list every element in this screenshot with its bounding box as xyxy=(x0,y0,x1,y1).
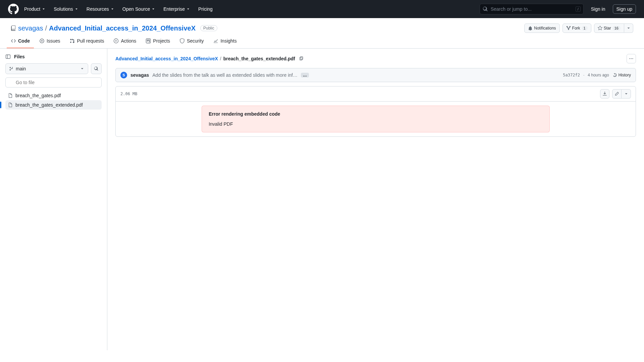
nav-enterprise[interactable]: Enterprise xyxy=(161,4,193,14)
error-body: Invalid PDF xyxy=(209,121,543,127)
sidebar-title: Files xyxy=(14,54,25,59)
repo-title: sevagas / Advanced_Initial_access_in_202… xyxy=(11,24,217,32)
repo-name-link[interactable]: Advanced_Initial_access_in_2024_Offensiv… xyxy=(49,24,196,32)
sidebar-header: Files xyxy=(5,54,102,59)
goto-file-wrap xyxy=(5,77,102,87)
svg-point-1 xyxy=(41,40,43,42)
goto-file-input[interactable] xyxy=(5,77,102,87)
file-content: Error rendering embedded code Invalid PD… xyxy=(116,102,636,136)
latest-commit: S sevagas Add the slides from the talk a… xyxy=(115,68,636,82)
tab-security[interactable]: Security xyxy=(175,36,208,48)
search-tree-button[interactable] xyxy=(91,63,102,74)
breadcrumb-root[interactable]: Advanced_Initial_access_in_2024_Offensiv… xyxy=(115,56,218,61)
pencil-icon xyxy=(614,92,619,96)
svg-point-12 xyxy=(631,58,632,59)
chevron-down-icon xyxy=(80,66,85,71)
file-item[interactable]: breach_the_gates.pdf xyxy=(5,91,102,100)
graph-icon xyxy=(213,38,218,44)
nav-pricing[interactable]: Pricing xyxy=(196,4,215,14)
copy-icon xyxy=(299,56,304,61)
commit-message[interactable]: Add the slides from the talk as well as … xyxy=(152,72,298,78)
header-left: Product Solutions Resources Open Source … xyxy=(8,4,215,14)
repo-icon xyxy=(11,25,16,31)
chevron-down-icon xyxy=(74,7,78,11)
commit-sha[interactable]: 5a372f2 xyxy=(563,73,580,77)
notifications-button[interactable]: Notifications xyxy=(524,23,559,33)
file-name: breach_the_gates_extended.pdf xyxy=(15,102,83,108)
signin-link[interactable]: Sign in xyxy=(588,4,609,14)
commit-time: 4 hours ago xyxy=(588,73,609,77)
fork-button[interactable]: Fork 1 xyxy=(562,23,591,33)
breadcrumb: Advanced_Initial_access_in_2024_Offensiv… xyxy=(115,54,636,63)
download-icon xyxy=(602,92,607,96)
file-item[interactable]: breach_the_gates_extended.pdf xyxy=(5,100,102,110)
star-icon xyxy=(598,26,602,31)
tab-code[interactable]: Code xyxy=(7,36,34,48)
edit-segment xyxy=(612,89,631,99)
play-icon xyxy=(113,38,119,44)
page-body: Files main breach_the_gates.pdf breach_t… xyxy=(0,49,644,350)
bell-icon xyxy=(528,26,533,31)
copy-path-button[interactable] xyxy=(297,55,305,63)
file-container: 2.06 MB Er xyxy=(115,86,636,137)
github-logo-icon[interactable] xyxy=(8,4,19,14)
svg-rect-5 xyxy=(148,40,149,41)
tab-issues[interactable]: Issues xyxy=(35,36,64,48)
svg-rect-6 xyxy=(149,40,150,42)
owner-link[interactable]: sevagas xyxy=(18,24,43,32)
svg-rect-10 xyxy=(301,57,303,60)
expand-message-button[interactable]: … xyxy=(301,73,309,77)
tab-insights[interactable]: Insights xyxy=(209,36,240,48)
tab-actions[interactable]: Actions xyxy=(109,36,140,48)
shield-icon xyxy=(179,38,185,44)
breadcrumb-file: breach_the_gates_extended.pdf xyxy=(223,56,295,61)
tab-pull-requests[interactable]: Pull requests xyxy=(65,36,108,48)
signup-button[interactable]: Sign up xyxy=(613,4,636,14)
chevron-down-icon xyxy=(151,7,155,11)
avatar[interactable]: S xyxy=(120,72,127,78)
fork-icon xyxy=(566,26,571,31)
repo-header: sevagas / Advanced_Initial_access_in_202… xyxy=(0,18,644,33)
star-menu-button[interactable] xyxy=(624,23,633,33)
tab-projects[interactable]: Projects xyxy=(142,36,174,48)
search-input[interactable]: Search or jump to... / xyxy=(480,4,584,14)
download-button[interactable] xyxy=(600,89,609,99)
project-icon xyxy=(146,38,151,44)
edit-menu-button[interactable] xyxy=(622,89,631,99)
commit-author[interactable]: sevagas xyxy=(130,72,149,78)
search-placeholder: Search or jump to... xyxy=(491,6,532,12)
global-header: Product Solutions Resources Open Source … xyxy=(0,0,644,18)
nav-solutions[interactable]: Solutions xyxy=(51,4,81,14)
history-link[interactable]: History xyxy=(612,73,631,77)
svg-rect-9 xyxy=(300,57,302,60)
repo-actions: Notifications Fork 1 Star 16 xyxy=(524,23,633,33)
file-size: 2.06 MB xyxy=(120,92,138,96)
path-separator: / xyxy=(45,24,47,32)
branch-select[interactable]: main xyxy=(5,63,88,74)
sidebar-collapse-icon[interactable] xyxy=(5,54,11,59)
nav-resources[interactable]: Resources xyxy=(84,4,117,14)
svg-point-11 xyxy=(629,58,630,59)
file-toolbar: 2.06 MB xyxy=(116,86,636,102)
search-hotkey: / xyxy=(576,6,581,12)
file-icon xyxy=(8,103,13,107)
search-icon xyxy=(483,6,488,12)
issue-icon xyxy=(39,38,45,44)
chevron-down-icon xyxy=(624,92,629,96)
nav-open-source[interactable]: Open Source xyxy=(120,4,158,14)
nav-product[interactable]: Product xyxy=(21,4,48,14)
chevron-down-icon xyxy=(186,7,190,11)
meta-separator: · xyxy=(583,73,584,77)
commit-meta: 5a372f2 · 4 hours ago History xyxy=(563,73,631,77)
render-error: Error rendering embedded code Invalid PD… xyxy=(202,106,550,132)
code-icon xyxy=(11,38,16,44)
file-view: Advanced_Initial_access_in_2024_Offensiv… xyxy=(107,49,644,350)
star-button[interactable]: Star 16 xyxy=(594,23,624,33)
star-segment: Star 16 xyxy=(594,23,633,33)
history-icon xyxy=(612,73,617,77)
more-actions-button[interactable] xyxy=(627,54,636,63)
branch-name: main xyxy=(16,66,26,71)
search-icon xyxy=(94,66,99,71)
edit-button[interactable] xyxy=(612,89,622,99)
file-icon xyxy=(8,93,13,98)
